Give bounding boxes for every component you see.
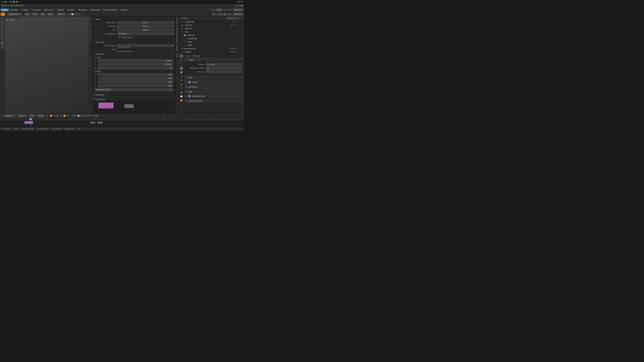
add-menu[interactable]: Add xyxy=(40,12,46,16)
shading-4[interactable]: ◐ xyxy=(229,13,232,15)
os-menu-icon[interactable]: ⬛ xyxy=(1,1,3,3)
clothes001-eye[interactable]: 👁 xyxy=(236,34,238,36)
current-frame-display[interactable]: 35 xyxy=(72,114,77,117)
os-app-icons[interactable]: ⬛ 🦊 ⚙ 🌐 📁 🔶 ⚙ xyxy=(1,1,20,3)
wgt001-cam[interactable]: ⬚ xyxy=(238,24,241,26)
cursor-x-field[interactable]: 4.618 m xyxy=(98,59,173,62)
arm001-render[interactable]: ○ xyxy=(241,47,244,50)
arm001-cam[interactable]: ⬚ xyxy=(238,47,241,50)
tab-output[interactable]: 🖨 xyxy=(180,58,183,62)
tab-view-layer[interactable]: ⬚ xyxy=(180,62,183,66)
rest001-eye[interactable]: 👁 xyxy=(236,27,238,30)
playback-menu[interactable]: Playback ▼ xyxy=(4,114,16,117)
cursor-w-field[interactable]: 1.000 xyxy=(98,73,173,76)
animate-collection-strip[interactable]: Animate Collection Visibility xyxy=(176,25,178,43)
jump-start-btn[interactable]: ⏮ xyxy=(46,114,49,117)
viewport-icon2[interactable]: ⬚ xyxy=(216,13,219,15)
hair-cam[interactable]: ⬚ xyxy=(238,31,241,33)
tab-material[interactable]: 🟠 xyxy=(180,98,183,102)
tab-world[interactable]: 🌍 xyxy=(180,70,183,74)
jump-end-btn[interactable]: ⏭ xyxy=(66,114,69,117)
hair-module-strip[interactable]: HairModule xyxy=(176,43,178,52)
tab-uv-editing[interactable]: UV Editing xyxy=(30,8,42,11)
cyl001-eye[interactable]: 👁 xyxy=(236,37,238,40)
cursor-ry-field[interactable]: 0.000 xyxy=(98,80,173,83)
tab-sculpting[interactable]: Sculpting xyxy=(20,8,30,11)
outliner-item-armature001[interactable]: ▶ 🦴 Armature.001 7 1 99 👁 ⬚ ○ xyxy=(179,47,244,50)
tab-scene[interactable]: 🎭 xyxy=(180,66,183,70)
scene-selector[interactable]: Scene xyxy=(215,8,223,11)
tool-rotate[interactable]: ↻ xyxy=(0,25,4,29)
create-strip-label[interactable]: Create xyxy=(90,36,91,41)
hair-eye[interactable]: 👁 xyxy=(236,31,238,33)
models003-eye[interactable]: 👁 xyxy=(236,21,238,23)
tab-particles[interactable]: ✨ xyxy=(180,82,183,86)
shirt-cam[interactable]: ⬚ xyxy=(238,44,241,46)
tab-physics[interactable]: ⚛ xyxy=(180,86,183,90)
select-menu[interactable]: Select xyxy=(31,12,39,16)
collections-header[interactable]: ▶ Collections xyxy=(94,93,174,96)
shading-render[interactable]: ● xyxy=(226,13,228,15)
tab-compositing[interactable]: Compositing xyxy=(88,8,101,11)
pants-cam[interactable]: ⬚ xyxy=(238,41,241,43)
clip-start-value[interactable]: 0.01 m xyxy=(117,25,174,28)
marker-menu[interactable]: Marker xyxy=(36,114,45,117)
active-clip-value[interactable]: 🎬 xyxy=(206,70,242,73)
silk002-cam[interactable]: ⬚ xyxy=(238,51,241,53)
models003-render[interactable]: ○ xyxy=(241,21,244,23)
annotations-header[interactable]: ▶ Annotations xyxy=(94,98,174,101)
outliner-item-models003[interactable]: ▶ ⬡ models.003 13 👁 ⬚ ○ xyxy=(179,20,244,23)
rigid-body-checkbox[interactable]: ✓ xyxy=(188,95,191,97)
keying-sets-header[interactable]: ▶ Keying Sets xyxy=(184,85,243,89)
clothes001-render[interactable]: ○ xyxy=(241,34,244,36)
custom-props-header[interactable]: ▶ Custom Properties xyxy=(184,99,243,103)
os-settings-icon[interactable]: ⚙ xyxy=(19,1,20,3)
pants-render[interactable]: ○ xyxy=(241,41,244,43)
os-folder-icon[interactable]: 📁 xyxy=(13,1,15,3)
os-app2-icon[interactable]: ⚙ xyxy=(8,1,9,3)
tool-measure[interactable]: 📏 xyxy=(0,41,4,45)
cyl001-cam[interactable]: ⬚ xyxy=(238,37,241,40)
tab-modifier[interactable]: 🔧 xyxy=(180,78,183,82)
tab-geometry-nodes[interactable]: Geometry Nodes xyxy=(102,8,118,11)
blenderkit-strip[interactable]: BlenderKit xyxy=(176,16,178,25)
camera-to-view-checkbox[interactable] xyxy=(117,50,119,52)
tool-strip-label[interactable]: Tool xyxy=(90,17,91,21)
minimize-button[interactable]: — xyxy=(235,5,237,7)
to-3d-cursor-checkbox[interactable] xyxy=(117,46,119,48)
viewlayer-selector[interactable]: ViewLayer xyxy=(232,8,244,11)
tab-layout[interactable]: Layout xyxy=(1,8,9,11)
view-menu[interactable]: View xyxy=(24,12,31,16)
os-blender-icon[interactable]: 🔶 xyxy=(16,1,18,3)
rotation-mode-selector[interactable]: Quaternion (WXYZ) ▼ xyxy=(95,88,173,91)
focal-length-value[interactable]: 50 mm xyxy=(117,21,174,24)
tool-move[interactable]: ✛ xyxy=(0,21,4,25)
cursor-options-icon[interactable]: ⋯ xyxy=(173,53,174,55)
tab-animation[interactable]: Animation xyxy=(66,8,77,11)
local-camera-value[interactable]: 📷 Camera ✕ xyxy=(117,32,174,35)
units-header[interactable]: ▶ Units xyxy=(184,76,243,79)
cursor-z-field[interactable]: 0 m xyxy=(98,66,173,69)
tool-scale[interactable]: ⤢ xyxy=(0,29,4,33)
play-btn[interactable]: ▶ xyxy=(56,114,59,117)
tab-shading[interactable]: Shading xyxy=(56,8,65,11)
os-firefox-icon[interactable]: 🦊 xyxy=(4,1,6,3)
outliner-search[interactable] xyxy=(227,17,240,19)
tab-modeling[interactable]: Modeling xyxy=(9,8,20,11)
end-frame-display[interactable]: 250 xyxy=(94,114,99,117)
tab-data[interactable]: 📊 xyxy=(180,94,183,98)
gravity-checkbox[interactable]: ✓ xyxy=(188,81,191,83)
rigid-body-header[interactable]: ▶ ✓ Rigid Body World xyxy=(184,94,243,98)
viewport-3d[interactable]: User Perspective (35) Silk.001 Tool View… xyxy=(5,16,92,114)
tool-add[interactable]: + xyxy=(0,45,4,49)
camera-prop-value[interactable]: 📷 Camera ✕ xyxy=(206,63,242,66)
outliner-item-shirt[interactable]: ▷ ⬡ SHIRT 👁 ⬚ ○ xyxy=(179,43,244,47)
outliner-item-pants[interactable]: ▷ ⬡ Pants 👁 ⬚ ○ xyxy=(179,40,244,43)
hair-render[interactable]: ○ xyxy=(241,31,244,33)
scene-section-header[interactable]: ▼ Scene xyxy=(184,58,243,61)
tool-transform[interactable]: ⬡ xyxy=(0,33,4,37)
window-controls[interactable]: — □ ✕ xyxy=(235,5,243,7)
tab-object[interactable]: ⬡ xyxy=(180,74,183,78)
outliner-item-cylinder001[interactable]: ▷ ⬡ Cylinder.001 👁 ⬚ ○ xyxy=(179,37,244,40)
wgt001-render[interactable]: ○ xyxy=(241,24,244,26)
